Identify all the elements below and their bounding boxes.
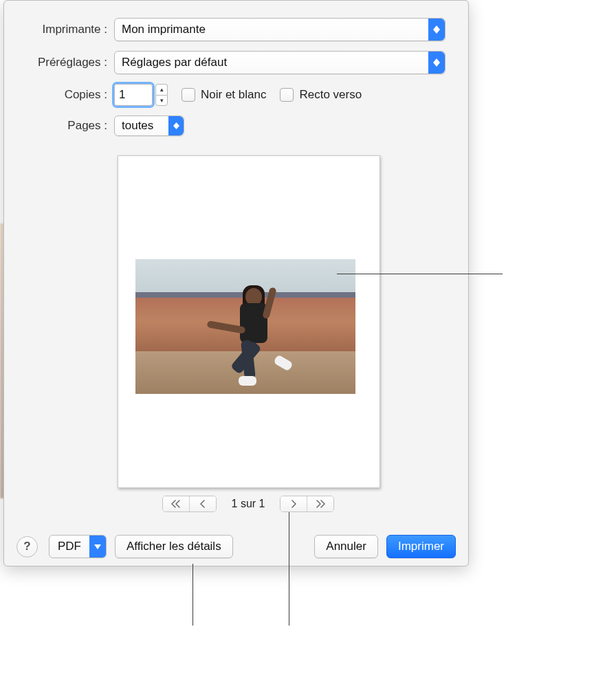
svg-marker-6 <box>94 544 101 549</box>
stepper-up-icon[interactable]: ▴ <box>155 84 168 95</box>
print-button[interactable]: Imprimer <box>386 535 456 558</box>
chevrons-right-icon <box>316 500 325 508</box>
chevron-up-down-icon <box>428 19 445 41</box>
page-indicator: 1 sur 1 <box>232 498 265 510</box>
printer-value: Mon imprimante <box>115 23 428 36</box>
presets-label: Préréglages : <box>4 56 114 69</box>
page-navigator: 1 sur 1 <box>145 494 351 514</box>
black-and-white-label: Noir et blanc <box>201 88 266 102</box>
prev-page-button[interactable] <box>189 496 216 511</box>
print-preview <box>118 155 380 488</box>
checkbox-box <box>182 88 195 102</box>
stepper-down-icon[interactable]: ▾ <box>155 95 168 107</box>
print-dialog: Imprimante : Mon imprimante Préréglages … <box>3 0 469 566</box>
print-form: Imprimante : Mon imprimante Préréglages … <box>4 18 468 146</box>
copies-stepper[interactable]: ▴ ▾ <box>155 84 168 106</box>
chevron-left-icon <box>199 500 206 508</box>
presets-popup[interactable]: Réglages par défaut <box>114 51 446 74</box>
dialog-footer: ? PDF Afficher les détails Annuler Impri… <box>4 527 468 566</box>
presets-value: Réglages par défaut <box>115 56 428 69</box>
chevron-right-icon <box>290 500 297 508</box>
two-sided-label: Recto verso <box>299 88 362 102</box>
svg-marker-5 <box>173 126 179 129</box>
black-and-white-checkbox[interactable]: Noir et blanc <box>182 88 266 102</box>
pages-popup[interactable]: toutes <box>114 115 184 136</box>
help-button[interactable]: ? <box>16 536 38 558</box>
checkbox-box <box>280 88 294 102</box>
pages-value: toutes <box>115 119 168 133</box>
first-page-button[interactable] <box>163 496 189 511</box>
pdf-menu-button[interactable]: PDF <box>49 535 107 558</box>
chevron-up-down-icon <box>428 52 445 74</box>
callout-line <box>289 512 289 626</box>
callout-line <box>337 274 503 274</box>
cancel-button[interactable]: Annuler <box>314 535 378 558</box>
show-details-button[interactable]: Afficher les détails <box>115 535 233 558</box>
svg-marker-3 <box>433 63 440 67</box>
preview-image <box>135 259 355 394</box>
svg-marker-1 <box>433 30 440 34</box>
pdf-label: PDF <box>50 540 89 553</box>
last-page-button[interactable] <box>307 496 333 511</box>
pages-label: Pages : <box>4 119 114 133</box>
copies-label: Copies : <box>4 88 114 102</box>
two-sided-checkbox[interactable]: Recto verso <box>280 88 362 102</box>
copies-input[interactable] <box>114 84 153 106</box>
chevrons-left-icon <box>171 500 181 508</box>
chevron-down-icon <box>89 536 106 558</box>
chevron-up-down-icon <box>168 116 184 135</box>
printer-popup[interactable]: Mon imprimante <box>114 18 446 41</box>
next-page-button[interactable] <box>280 496 307 511</box>
callout-line <box>192 564 193 626</box>
printer-label: Imprimante : <box>4 23 114 36</box>
